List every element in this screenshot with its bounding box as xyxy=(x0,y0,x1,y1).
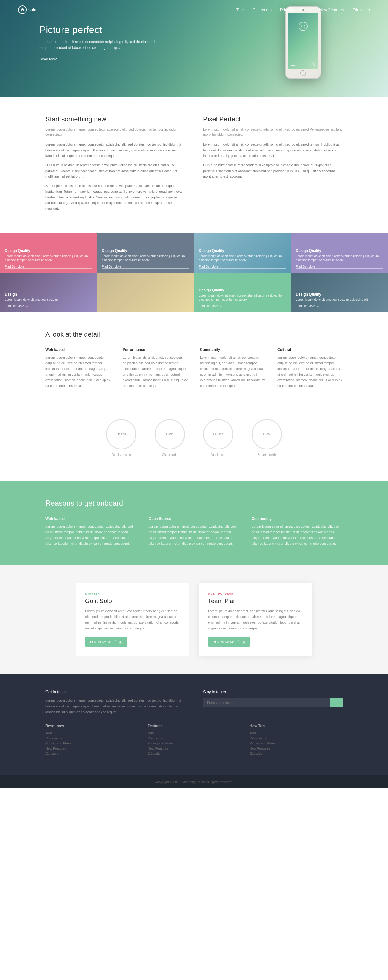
footer-col-1: Resources Tour Customers Pricing and Pla… xyxy=(46,724,139,757)
tile-7-cta[interactable]: Find Out More → xyxy=(199,304,286,308)
green-grid: Web based Lorem ipsum dolor sit amet, co… xyxy=(46,517,342,547)
email-input[interactable] xyxy=(203,698,330,708)
nav-education[interactable]: Education xyxy=(352,8,370,12)
footer-link-3-5[interactable]: Education xyxy=(249,752,342,756)
footer-top: Get in touch Lorem ipsum dolor sit amet,… xyxy=(0,675,388,775)
pricing-inner: STARTER Go it Solo Lorem ipsum dolor sit… xyxy=(58,583,330,656)
pixel-title: Pixel Perfect xyxy=(203,115,342,123)
pricing-btn-1[interactable]: BUY NOW $15  ⊞ xyxy=(85,637,127,647)
tile-8-cta[interactable]: Find Out More → xyxy=(296,304,383,308)
footer-link-1-4[interactable]: New Features xyxy=(46,747,139,750)
tile-5-cta[interactable]: Find Out More → xyxy=(5,304,92,308)
detail-col-4-heading: Cultural xyxy=(277,347,342,352)
email-submit-button[interactable]: → xyxy=(330,698,342,708)
nav-customers[interactable]: Customers xyxy=(252,8,272,12)
tile-1: Design Quality Lorem ipsum dolor sit ame… xyxy=(0,233,97,273)
pixel-para1: Lorem ipsum dolor sit amet, consectetur … xyxy=(203,142,342,159)
apple-icon-2:  xyxy=(238,640,239,644)
footer-col-3: How To's Tour Customers Pricing and Plan… xyxy=(249,724,342,757)
nav-logo[interactable]: solo xyxy=(18,5,36,14)
tile-7: Design Quality Lorem ipsum dolor sit ame… xyxy=(194,273,291,312)
pricing-card-2: MOST POPULAR Team Plan Lorem ipsum dolor… xyxy=(198,583,312,656)
green-col-3-heading: Community xyxy=(252,517,342,521)
tile-1-cta[interactable]: Find Out More → xyxy=(5,265,92,269)
footer-col-2-heading: Features xyxy=(147,724,241,728)
tile-8-desc: Lorem ipsum dolor sit amet consectetur a… xyxy=(296,298,383,302)
green-section: Reasons to get onboard Web based Lorem i… xyxy=(0,481,388,565)
green-col-1-text: Lorem ipsum dolor sit amet, consectetur … xyxy=(46,524,136,547)
nav-features[interactable]: New Features xyxy=(319,8,344,12)
circle-label-4: Grow xyxy=(263,433,271,436)
circle-ring-1: Design xyxy=(106,419,136,449)
start-new-title: Start something new xyxy=(46,115,185,123)
circle-1: Design Quality design xyxy=(106,419,136,457)
footer-link-2-1[interactable]: Tour xyxy=(147,731,241,735)
start-new-para3: Sed ut perspiciatis unde omnis iste natu… xyxy=(46,183,185,211)
tile-4-cta[interactable]: Find Out More → xyxy=(296,265,383,269)
circle-label-1: Design xyxy=(116,433,126,436)
start-new-para1: Lorem ipsum dolor sit amet, consectetur … xyxy=(46,142,185,159)
start-new-para2: Duis aute irure dolor in reprehenderit i… xyxy=(46,162,185,179)
circle-3: Launch Fast launch xyxy=(203,419,233,457)
pricing-btn-1-label: BUY NOW $15 xyxy=(90,640,112,644)
footer-link-2-2[interactable]: Customers xyxy=(147,736,241,740)
tile-2-cta[interactable]: Find Out More → xyxy=(102,265,189,269)
footer-link-2-5[interactable]: Education xyxy=(147,752,241,756)
pricing-tag-1: STARTER xyxy=(85,592,180,595)
circle-ring-2: Code xyxy=(155,419,185,449)
nav-pricing[interactable]: Pricing and Plans xyxy=(280,8,311,12)
phone-screen xyxy=(288,13,318,69)
footer-link-3-3[interactable]: Pricing and Plans xyxy=(249,741,342,745)
two-col-section: Start something new Lorem ipsum dolor si… xyxy=(27,97,361,233)
green-inner: Reasons to get onboard Web based Lorem i… xyxy=(27,499,361,547)
footer: Get in touch Lorem ipsum dolor sit amet,… xyxy=(0,675,388,789)
phone-home xyxy=(300,70,306,76)
detail-container: A look at the detail Web based Lorem ips… xyxy=(0,312,388,407)
pricing-card-1: STARTER Go it Solo Lorem ipsum dolor sit… xyxy=(76,583,190,656)
copyright-text: Copyright © 2019,Company name All rights… xyxy=(155,780,233,784)
tile-7-title: Design Quality xyxy=(199,288,286,292)
circle-label-2: Code xyxy=(166,433,173,436)
hero-cta[interactable]: Read More → xyxy=(40,57,62,62)
pixel-tagline: Lorem ipsum dolor sit amet, consectetur … xyxy=(203,127,342,137)
footer-link-1-3[interactable]: Pricing and Plans xyxy=(46,741,139,745)
footer-link-2-3[interactable]: Pricing and Plans xyxy=(147,741,241,745)
tile-3: Design Quality Lorem ipsum dolor sit ame… xyxy=(194,233,291,273)
detail-col-1-heading: Web based xyxy=(46,347,111,352)
tile-2-desc: Lorem ipsum dolor sit amet, consectetur … xyxy=(102,254,189,262)
tile-2: Design Quality Lorem ipsum dolor sit ame… xyxy=(97,233,194,273)
footer-link-1-1[interactable]: Tour xyxy=(46,731,139,735)
circle-2: Code Clean code xyxy=(155,419,185,457)
footer-col-1-heading: Resources xyxy=(46,724,139,728)
green-title: Reasons to get onboard xyxy=(46,499,342,508)
start-new-tagline: Lorem ipsum dolor sit amet, consec tetur… xyxy=(46,127,185,137)
windows-icon-2: ⊞ xyxy=(242,640,245,644)
footer-link-1-5[interactable]: Education xyxy=(46,752,139,756)
footer-stay-in: Stay in touch → xyxy=(203,690,342,715)
footer-link-3-4[interactable]: New Features xyxy=(249,747,342,750)
footer-link-1-2[interactable]: Customers xyxy=(46,736,139,740)
tile-8: Design Quality Lorem ipsum dolor sit ame… xyxy=(291,273,388,312)
circle-desc-1: Quality design xyxy=(112,453,131,457)
detail-col-1: Web based Lorem ipsum dolor sit amet, co… xyxy=(46,347,111,389)
tile-3-cta[interactable]: Find Out More → xyxy=(199,265,286,269)
pricing-btn-2[interactable]: BUY NOW $45  ⊞ xyxy=(208,637,250,647)
green-col-2-text: Lorem ipsum dolor sit amet, consectetur … xyxy=(149,524,239,547)
green-col-3-text: Lorem ipsum dolor sit amet, consectetur … xyxy=(252,524,342,547)
tile-8-title: Design Quality xyxy=(296,292,383,296)
detail-section: A look at the detail Web based Lorem ips… xyxy=(27,312,361,407)
green-col-1: Web based Lorem ipsum dolor sit amet, co… xyxy=(46,517,136,547)
tile-5-desc: Lorem ipsum dolor sit amet consectetur xyxy=(5,298,92,302)
green-col-2-heading: Open Source xyxy=(149,517,239,521)
tile-4-title: Design Quality xyxy=(296,248,383,253)
footer-get-in-title: Get in touch xyxy=(46,690,185,694)
tile-2-title: Design Quality xyxy=(102,248,189,253)
footer-link-3-2[interactable]: Customers xyxy=(249,736,342,740)
footer-link-2-4[interactable]: New Features xyxy=(147,747,241,750)
tile-3-desc: Lorem ipsum dolor sit amet, consectetur … xyxy=(199,254,286,262)
detail-grid: Web based Lorem ipsum dolor sit amet, co… xyxy=(46,347,342,389)
footer-link-3-1[interactable]: Tour xyxy=(249,731,342,735)
pricing-name-2: Team Plan xyxy=(208,598,303,605)
nav-tour[interactable]: Tour xyxy=(236,8,244,12)
footer-col-2: Features Tour Customers Pricing and Plan… xyxy=(147,724,241,757)
